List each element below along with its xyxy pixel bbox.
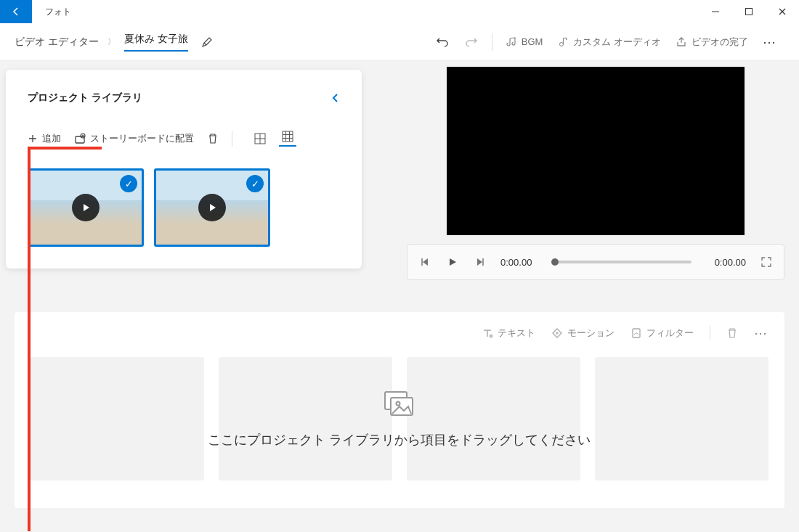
- music-icon: [506, 36, 517, 48]
- collapse-library-button[interactable]: [331, 93, 340, 103]
- breadcrumb-root[interactable]: ビデオ エディター: [15, 36, 99, 49]
- library-title: プロジェクト ライブラリ: [28, 91, 142, 105]
- text-button[interactable]: テキスト: [482, 327, 535, 340]
- trash-icon: [207, 133, 219, 144]
- add-label: 追加: [42, 132, 61, 145]
- undo-icon: [435, 35, 450, 49]
- custom-audio-label: カスタム オーディオ: [573, 36, 661, 49]
- undo-button[interactable]: [428, 30, 457, 54]
- export-icon: [676, 36, 687, 48]
- redo-icon: [464, 35, 479, 49]
- svg-point-3: [566, 38, 567, 40]
- play-icon: [207, 202, 217, 213]
- text-icon: [482, 327, 493, 339]
- divider: [710, 326, 710, 340]
- play-icon: [447, 257, 458, 267]
- prev-frame-button[interactable]: [418, 257, 432, 267]
- project-name[interactable]: 夏休み 女子旅: [124, 33, 188, 52]
- rename-button[interactable]: [201, 36, 213, 48]
- chevron-right-icon: 〉: [108, 36, 115, 47]
- storyboard-slot[interactable]: [31, 357, 204, 480]
- maximize-button[interactable]: [732, 0, 766, 23]
- next-frame-button[interactable]: [473, 257, 487, 267]
- storyboard-slot[interactable]: [407, 357, 580, 480]
- motion-icon: [551, 327, 563, 339]
- add-button[interactable]: 追加: [28, 132, 61, 145]
- storyboard-slot[interactable]: [219, 357, 392, 480]
- place-icon: [74, 133, 86, 144]
- step-back-icon: [420, 257, 430, 267]
- sb-more-button[interactable]: ⋯: [754, 325, 768, 341]
- bgm-label: BGM: [522, 36, 543, 47]
- motion-button[interactable]: モーション: [551, 327, 615, 340]
- finish-label: ビデオの完了: [691, 36, 748, 49]
- bgm-button[interactable]: BGM: [498, 32, 551, 52]
- storyboard-panel: テキスト モーション フィルター ⋯ ここにプロジェクト ライブラリから項目をド…: [15, 312, 784, 508]
- back-button[interactable]: [0, 0, 32, 23]
- grid-2x2-icon: [254, 133, 266, 144]
- storyboard-slot[interactable]: [595, 357, 768, 480]
- step-forward-icon: [475, 257, 485, 267]
- selected-check-icon: ✓: [246, 175, 264, 192]
- library-item[interactable]: ✓: [154, 168, 270, 247]
- grid-small-button[interactable]: [279, 131, 296, 147]
- place-label: ストーリーボードに配置: [90, 132, 194, 145]
- svg-rect-9: [283, 131, 293, 142]
- svg-point-17: [556, 332, 559, 335]
- editor-header: ビデオ エディター 〉 夏休み 女子旅 BGM カスタム オーディオ ビデオの完…: [0, 23, 799, 61]
- library-toolbar: 追加 ストーリーボードに配置: [28, 131, 340, 147]
- chevron-left-icon: [331, 93, 340, 103]
- svg-rect-1: [746, 9, 753, 15]
- custom-audio-button[interactable]: カスタム オーディオ: [550, 31, 668, 53]
- filter-icon: [630, 327, 642, 339]
- annotation-line-vertical: [28, 147, 31, 531]
- filter-button[interactable]: フィルター: [630, 327, 694, 340]
- more-button[interactable]: ⋯: [755, 30, 784, 54]
- text-label: テキスト: [498, 327, 535, 340]
- total-time: 0:00.00: [715, 257, 746, 268]
- minimize-button[interactable]: [699, 0, 732, 23]
- grid-large-button[interactable]: [251, 131, 269, 147]
- seek-bar[interactable]: [555, 261, 691, 263]
- storyboard-slots[interactable]: ここにプロジェクト ライブラリから項目をドラッグしてください: [31, 357, 768, 480]
- fullscreen-button[interactable]: [759, 256, 774, 268]
- pencil-icon: [201, 36, 213, 48]
- current-time: 0:00.00: [500, 257, 532, 268]
- plus-icon: [28, 134, 38, 144]
- selected-check-icon: ✓: [120, 175, 137, 192]
- divider: [232, 131, 232, 147]
- svg-rect-4: [76, 136, 84, 143]
- divider: [492, 33, 492, 51]
- player-controls: 0:00.00 0:00.00: [407, 244, 784, 280]
- filter-label: フィルター: [646, 327, 694, 340]
- grid-3x3-icon: [282, 131, 293, 142]
- svg-point-21: [397, 402, 400, 406]
- delete-button[interactable]: [207, 133, 219, 144]
- play-overlay: [72, 194, 100, 221]
- trash-icon: [726, 327, 738, 339]
- play-icon: [81, 202, 91, 213]
- arrow-left-icon: [10, 6, 22, 17]
- finish-video-button[interactable]: ビデオの完了: [668, 31, 755, 53]
- preview-pane: 0:00.00 0:00.00: [407, 67, 784, 280]
- play-button[interactable]: [445, 257, 460, 267]
- sb-delete-button[interactable]: [726, 327, 738, 339]
- project-library-panel: プロジェクト ライブラリ 追加 ストーリーボードに配置: [6, 70, 362, 269]
- audio-icon: [557, 36, 569, 48]
- window-controls: [699, 0, 799, 23]
- redo-button[interactable]: [457, 30, 486, 54]
- library-thumbnails: ✓ ✓: [28, 168, 340, 247]
- video-preview[interactable]: [447, 67, 745, 235]
- library-item[interactable]: ✓: [28, 168, 144, 247]
- storyboard-toolbar: テキスト モーション フィルター ⋯: [31, 325, 768, 341]
- motion-label: モーション: [567, 327, 615, 340]
- svg-point-2: [560, 42, 564, 46]
- play-overlay: [198, 194, 226, 221]
- place-storyboard-button[interactable]: ストーリーボードに配置: [74, 132, 194, 145]
- app-title: フォト: [45, 6, 71, 18]
- close-button[interactable]: [766, 0, 799, 23]
- annotation-line-horizontal: [28, 147, 102, 150]
- expand-icon: [761, 256, 772, 268]
- title-bar: フォト: [0, 0, 799, 23]
